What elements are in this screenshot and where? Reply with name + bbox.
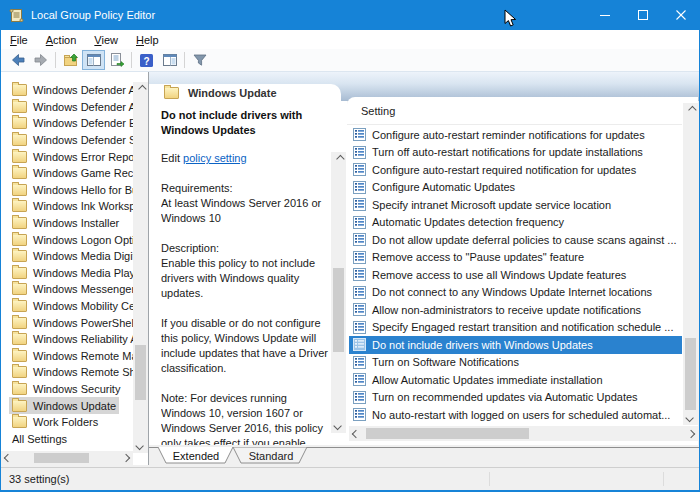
- tree-item[interactable]: Windows Security: [1, 381, 133, 398]
- filter-icon[interactable]: [188, 50, 211, 70]
- setting-row[interactable]: Remove access to use all Windows Update …: [349, 266, 682, 284]
- setting-row-selected[interactable]: Do not include drivers with Windows Upda…: [349, 336, 682, 354]
- selected-policy-title: Do not include drivers with Windows Upda…: [161, 108, 341, 138]
- setting-row[interactable]: Configure auto-restart required notifica…: [349, 161, 682, 179]
- tree-item[interactable]: Windows Ink Worksp: [1, 198, 133, 215]
- tree-item-label: Windows Installer: [33, 217, 119, 229]
- tree-item[interactable]: Windows Defender Sm: [1, 132, 133, 149]
- status-text: 33 setting(s): [9, 473, 70, 485]
- toolbar: ?: [1, 49, 699, 72]
- minimize-button[interactable]: [586, 0, 624, 30]
- forward-icon[interactable]: [29, 50, 52, 70]
- folder-icon: [12, 250, 27, 262]
- setting-row[interactable]: No auto-restart with logged on users for…: [349, 406, 682, 424]
- scrollbar-thumb[interactable]: [333, 268, 344, 352]
- tab-standard[interactable]: Standard: [233, 447, 307, 463]
- help-icon[interactable]: ?: [135, 50, 158, 70]
- scrollbar-thumb[interactable]: [685, 338, 696, 410]
- scroll-down-button[interactable]: [331, 419, 346, 433]
- scroll-right-button[interactable]: [119, 451, 133, 465]
- setting-row[interactable]: Do not connect to any Windows Update Int…: [349, 284, 682, 302]
- tree-item[interactable]: Windows Remote Sh: [1, 364, 133, 381]
- tree-item[interactable]: Windows Defender A: [1, 82, 133, 99]
- tree-item[interactable]: Windows Logon Opti: [1, 231, 133, 248]
- scroll-up-button[interactable]: [133, 82, 148, 96]
- scroll-up-button[interactable]: [683, 103, 698, 117]
- tree-item[interactable]: Windows Installer: [1, 215, 133, 232]
- scroll-left-button[interactable]: [349, 426, 363, 441]
- title-bar[interactable]: Local Group Policy Editor: [0, 0, 700, 30]
- tree-hscrollbar[interactable]: [1, 451, 133, 465]
- scrollbar-thumb[interactable]: [34, 453, 89, 463]
- setting-row[interactable]: Turn on Software Notifications: [349, 354, 682, 372]
- policy-setting-link[interactable]: policy setting: [183, 152, 247, 164]
- setting-row[interactable]: Turn on recommended updates via Automati…: [349, 389, 682, 407]
- policy-setting-icon: [353, 216, 366, 229]
- tree-item-label: Windows Messenger: [33, 283, 133, 295]
- setting-row[interactable]: Specify Engaged restart transition and n…: [349, 319, 682, 337]
- tree-item[interactable]: Windows Defender Ex: [1, 115, 133, 132]
- show-console-tree-icon[interactable]: [82, 50, 105, 70]
- tree-item[interactable]: Windows Error Repor: [1, 148, 133, 165]
- setting-row[interactable]: Turn off auto-restart notifications for …: [349, 144, 682, 162]
- close-button[interactable]: [662, 0, 700, 30]
- folder-icon: [12, 167, 27, 179]
- menu-view[interactable]: View: [85, 34, 127, 46]
- show-action-pane-icon[interactable]: [158, 50, 181, 70]
- setting-label: Do not connect to any Windows Update Int…: [372, 286, 652, 298]
- list-vscrollbar[interactable]: [683, 103, 698, 425]
- scroll-down-button[interactable]: [683, 411, 698, 425]
- setting-row[interactable]: Configure auto-restart reminder notifica…: [349, 126, 682, 144]
- tree-item[interactable]: Windows Media Play: [1, 265, 133, 282]
- scroll-right-button[interactable]: [684, 426, 698, 441]
- setting-row[interactable]: Remove access to "Pause updates" feature: [349, 249, 682, 267]
- setting-row[interactable]: Allow non-administrators to receive upda…: [349, 301, 682, 319]
- setting-label: Turn on Software Notifications: [372, 356, 519, 368]
- scrollbar-thumb[interactable]: [135, 345, 146, 400]
- tree-vscrollbar[interactable]: [133, 82, 148, 453]
- setting-row[interactable]: Configure Automatic Updates: [349, 179, 682, 197]
- description-vscrollbar[interactable]: [331, 152, 346, 433]
- tree-item[interactable]: All Settings: [1, 430, 133, 447]
- tab-extended[interactable]: Extended: [158, 447, 233, 463]
- list-hscrollbar[interactable]: [349, 426, 698, 441]
- tree-item-label: Windows Update: [33, 400, 116, 412]
- requirements-label: Requirements:: [161, 181, 329, 196]
- menu-action[interactable]: Action: [37, 34, 86, 46]
- tree-item[interactable]: Windows Mobility Ce: [1, 298, 133, 315]
- tree-item[interactable]: Windows Reliability A: [1, 331, 133, 348]
- setting-column-header[interactable]: Setting: [347, 97, 682, 125]
- export-list-icon[interactable]: [105, 50, 128, 70]
- setting-row[interactable]: Do not allow update deferral policies to…: [349, 231, 682, 249]
- menu-file[interactable]: File: [1, 34, 37, 46]
- tree-item-label: Windows Defender A: [33, 101, 133, 113]
- svg-text:Extended: Extended: [173, 450, 219, 462]
- scrollbar-thumb[interactable]: [366, 428, 529, 439]
- settings-list-pane: Setting Configure auto-restart reminder …: [347, 97, 698, 445]
- tree-item[interactable]: Windows Media Digit: [1, 248, 133, 265]
- setting-label: Remove access to "Pause updates" feature: [372, 251, 584, 263]
- setting-row[interactable]: Automatic Updates detection frequency: [349, 214, 682, 232]
- tree-item[interactable]: Windows Defender A: [1, 99, 133, 116]
- back-icon[interactable]: [6, 50, 29, 70]
- folder-icon: [12, 283, 27, 295]
- scroll-down-button[interactable]: [133, 439, 148, 453]
- maximize-button[interactable]: [624, 0, 662, 30]
- tree-item[interactable]: Windows PowerShell: [1, 314, 133, 331]
- scroll-left-button[interactable]: [1, 451, 15, 465]
- setting-row[interactable]: Allow Automatic Updates immediate instal…: [349, 371, 682, 389]
- menu-help[interactable]: Help: [127, 34, 168, 46]
- tree-item-label: Windows Game Reco: [33, 167, 133, 179]
- setting-row[interactable]: Specify intranet Microsoft update servic…: [349, 196, 682, 214]
- tree-item[interactable]: Windows Messenger: [1, 281, 133, 298]
- tree-item[interactable]: Windows Game Reco: [1, 165, 133, 182]
- scroll-up-button[interactable]: [331, 152, 346, 166]
- policy-setting-icon: [353, 128, 366, 141]
- tree-item[interactable]: Windows Remote Ma: [1, 348, 133, 365]
- menu-bar: File Action View Help: [1, 30, 699, 49]
- toolbar-separator: [131, 52, 132, 68]
- tree-item[interactable]: Windows Hello for Bu: [1, 182, 133, 199]
- up-one-level-icon[interactable]: [59, 50, 82, 70]
- tree-item[interactable]: Work Folders: [1, 414, 133, 431]
- tree-item[interactable]: Windows Update: [1, 397, 133, 414]
